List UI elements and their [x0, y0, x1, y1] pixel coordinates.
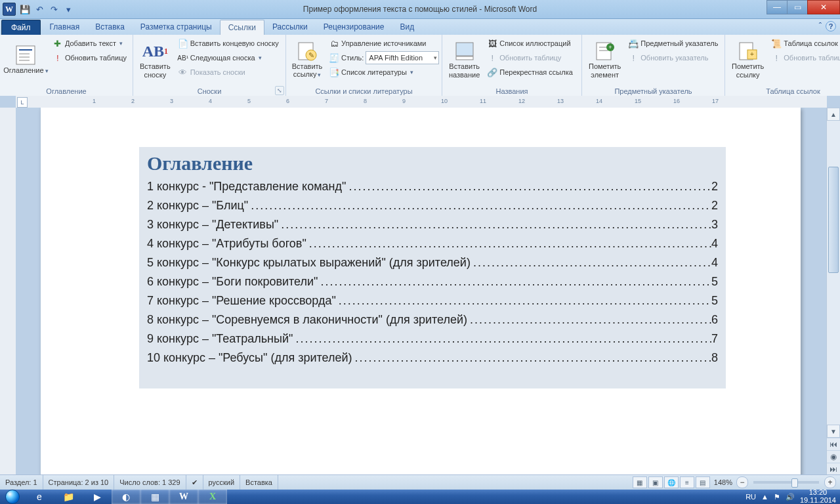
scroll-up-icon[interactable]: ▲	[827, 108, 840, 121]
minimize-button[interactable]: —	[766, 0, 788, 14]
toc-field[interactable]: Оглавление 1 конкурс - "Представление ко…	[139, 147, 726, 388]
toc-entry[interactable]: 8 конкурс – "Соревнуемся в лаконичности"…	[147, 313, 718, 327]
help-icon[interactable]: ?	[826, 21, 836, 32]
insert-toa-button[interactable]: 📜Таблица ссылок	[769, 36, 840, 51]
toc-entry[interactable]: 3 конкурс – "Детективы" ................…	[147, 218, 718, 232]
title-bar: W 💾 ↶ ↷ ▾ Пример оформления текста с пом…	[0, 0, 840, 19]
zoom-slider-thumb[interactable]	[791, 478, 798, 488]
qat-undo-icon[interactable]: ↶	[33, 3, 46, 16]
tray-clock[interactable]: 13:20 19.11.2014	[800, 489, 836, 504]
citation-icon: ✎	[297, 41, 318, 62]
tab-вид[interactable]: Вид	[392, 20, 422, 35]
cross-reference-button[interactable]: 🔗Перекрестная ссылка	[485, 65, 575, 79]
zoom-in-button[interactable]: +	[824, 476, 836, 488]
tab-selector[interactable]: L	[17, 97, 28, 108]
manage-sources-button[interactable]: 🗂Управление источниками	[327, 36, 441, 51]
taskbar-excel-icon[interactable]: X	[198, 490, 227, 504]
next-page-icon[interactable]: ⏭	[827, 463, 840, 475]
table-of-figures-button[interactable]: 🖼Список иллюстраций	[485, 36, 575, 51]
toc-entry[interactable]: 4 конкурс – "Атрибуты богов" ...........…	[147, 237, 718, 251]
add-text-button[interactable]: ✚Добавить текст▾	[51, 36, 129, 51]
mark-citation-button[interactable]: + Пометить ссылку	[729, 36, 766, 83]
horizontal-ruler[interactable]: L 1234567891011121314151617	[16, 96, 827, 108]
status-words-label: Число слов: 1 329	[119, 478, 180, 486]
qat-customize-icon[interactable]: ▾	[62, 3, 75, 16]
footnotes-launcher[interactable]: ⤡	[275, 86, 284, 95]
taskbar-ie-icon[interactable]: e	[25, 490, 54, 504]
toc-entry[interactable]: 2 конкурс – "Блиц" .....................…	[147, 199, 718, 213]
toc-entry-text: 10 конкурс – "Ребусы" (для зрителей)	[147, 351, 352, 365]
status-proofing[interactable]: ✔	[186, 475, 203, 490]
group-toc-label: Оглавление	[4, 86, 129, 96]
toc-entry[interactable]: 5 конкурс – "Конкурс крылатых выражений"…	[147, 256, 718, 270]
tab-ссылки[interactable]: Ссылки	[220, 20, 264, 35]
tab-рассылки[interactable]: Рассылки	[264, 20, 316, 35]
group-citations: ✎ Вставить ссылку▾ 🗂Управление источника…	[286, 35, 442, 96]
status-words[interactable]: Число слов: 1 329	[114, 475, 186, 490]
ribbon-tabs-row: Файл ГлавнаяВставкаРазметка страницыСсыл…	[0, 19, 840, 35]
status-section[interactable]: Раздел: 1	[0, 475, 43, 490]
toc-entry-page: 7	[711, 332, 718, 346]
next-footnote-button[interactable]: AB¹Следующая сноска▾	[176, 51, 281, 65]
toc-entry[interactable]: 7 конкурс – "Решение кроссворда" .......…	[147, 294, 718, 308]
qat-save-icon[interactable]: 💾	[18, 3, 32, 16]
tab-разметка страницы[interactable]: Разметка страницы	[133, 20, 220, 35]
toa-icon: 📜	[771, 38, 782, 49]
insert-caption-button[interactable]: Вставить название	[446, 36, 482, 83]
qat-redo-icon[interactable]: ↷	[47, 3, 60, 16]
bibliography-button[interactable]: 📑Список литературы▾	[327, 65, 441, 79]
svg-text:+: +	[750, 51, 754, 58]
view-web-icon[interactable]: 🌐	[664, 476, 679, 488]
toc-entry[interactable]: 9 конкурс – "Театральный" ..............…	[147, 332, 718, 346]
toc-entry[interactable]: 6 конкурс – "Боги покровители" .........…	[147, 275, 718, 289]
toc-entry[interactable]: 10 конкурс – "Ребусы" (для зрителей) ...…	[147, 351, 718, 365]
insert-endnote-button[interactable]: 📄Вставить концевую сноску	[176, 36, 281, 51]
close-button[interactable]: ✕	[807, 0, 840, 14]
status-page[interactable]: Страница: 2 из 10	[43, 475, 115, 490]
view-print-layout-icon[interactable]: ▦	[633, 476, 647, 488]
minimize-ribbon-icon[interactable]: ˆ	[819, 21, 822, 32]
scroll-track[interactable]	[827, 121, 840, 425]
document-viewport[interactable]: Оглавление 1 конкурс - "Представление ко…	[16, 108, 827, 475]
zoom-level[interactable]: 148%	[714, 478, 732, 486]
status-insert-mode[interactable]: Вставка	[240, 475, 278, 490]
update-icon: !	[52, 52, 63, 63]
vertical-ruler[interactable]	[0, 108, 16, 475]
view-full-screen-icon[interactable]: ▣	[648, 476, 663, 488]
citation-style-combo[interactable]: APA Fifth Edition	[366, 51, 439, 64]
tab-рецензирование[interactable]: Рецензирование	[316, 20, 392, 35]
start-button[interactable]	[0, 490, 25, 504]
toc-entry[interactable]: 1 конкурс - "Представление команд" .....…	[147, 180, 718, 194]
tab-главная[interactable]: Главная	[42, 20, 88, 35]
scroll-down-icon[interactable]: ▼	[827, 425, 840, 438]
vertical-scrollbar[interactable]: ▲ ▼ ⏮ ◉ ⏭	[826, 108, 840, 475]
zoom-slider[interactable]	[753, 481, 819, 484]
view-draft-icon[interactable]: ▤	[696, 476, 710, 488]
taskbar-chrome-icon[interactable]: ◐	[112, 490, 140, 504]
taskbar-media-icon[interactable]: ▶	[83, 490, 112, 504]
ruler-tick: 13	[557, 98, 564, 104]
status-language[interactable]: русский	[203, 475, 240, 490]
update-toc-button[interactable]: !Обновить таблицу	[51, 51, 129, 65]
tab-вставка[interactable]: Вставка	[87, 20, 133, 35]
tray-lang[interactable]: RU	[746, 493, 756, 501]
view-outline-icon[interactable]: ≡	[680, 476, 694, 488]
maximize-button[interactable]: ▭	[787, 0, 808, 14]
file-tab[interactable]: Файл	[1, 20, 41, 35]
taskbar-app-icon[interactable]: ▦	[140, 490, 169, 504]
prev-page-icon[interactable]: ⏮	[827, 438, 840, 450]
zoom-out-button[interactable]: −	[736, 476, 748, 488]
insert-index-button[interactable]: 📇Предметный указатель	[626, 36, 720, 51]
page[interactable]: Оглавление 1 конкурс - "Представление ко…	[41, 108, 801, 475]
scroll-thumb[interactable]	[828, 167, 839, 273]
tray-flag-icon[interactable]: ⚑	[774, 493, 780, 501]
mark-entry-button[interactable]: + Пометить элемент	[586, 36, 623, 83]
taskbar-word-icon[interactable]: W	[169, 490, 198, 504]
tray-volume-icon[interactable]: 🔊	[786, 493, 795, 501]
taskbar-explorer-icon[interactable]: 📁	[54, 490, 83, 504]
tray-show-hidden-icon[interactable]: ▲	[761, 493, 768, 501]
insert-citation-button[interactable]: ✎ Вставить ссылку▾	[290, 36, 324, 83]
toc-button[interactable]: Оглавление▾	[4, 36, 48, 83]
insert-footnote-button[interactable]: AB1 Вставить сноску	[137, 36, 173, 83]
browse-object-icon[interactable]: ◉	[827, 450, 840, 463]
